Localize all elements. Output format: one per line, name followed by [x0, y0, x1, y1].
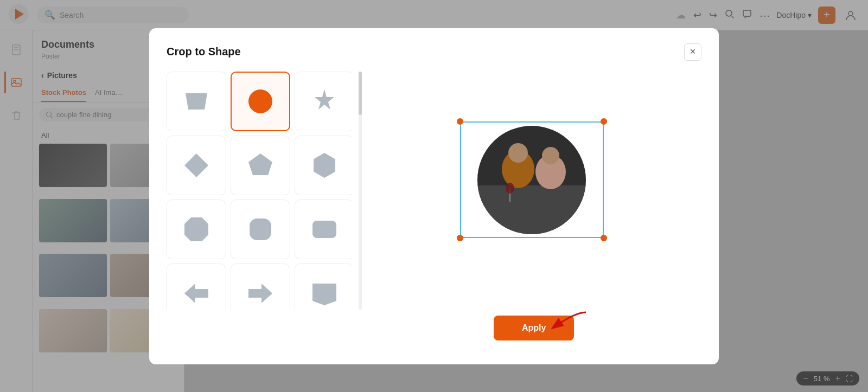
svg-marker-18 [184, 217, 208, 241]
shape-octagon1[interactable] [167, 200, 226, 259]
svg-marker-15 [184, 153, 208, 177]
shape-flat-pentagon[interactable] [295, 264, 352, 310]
svg-marker-21 [184, 284, 208, 303]
shape-grid [167, 72, 352, 310]
shape-hexagon[interactable] [295, 136, 352, 195]
handle-top-left[interactable] [457, 118, 463, 125]
svg-marker-12 [186, 93, 207, 110]
preview-canvas [439, 82, 624, 278]
circular-image [477, 126, 586, 234]
modal-overlay: Crop to Shape × [0, 0, 868, 392]
preview-panel: Apply [362, 72, 701, 351]
modal-header: Crop to Shape × [167, 43, 701, 61]
shape-parallelogram[interactable] [167, 72, 226, 131]
shape-rounded-rect[interactable] [295, 200, 352, 259]
shape-panel [167, 72, 362, 351]
svg-rect-20 [312, 221, 336, 238]
svg-marker-22 [248, 284, 272, 303]
svg-marker-16 [248, 153, 272, 175]
modal-body: Apply [167, 72, 701, 351]
svg-rect-32 [477, 126, 586, 234]
modal-close-button[interactable]: × [684, 43, 701, 61]
svg-marker-23 [312, 284, 336, 305]
svg-marker-14 [315, 89, 334, 110]
shape-pentagon[interactable] [231, 136, 290, 195]
arrow-annotation [542, 307, 591, 336]
shape-star[interactable] [295, 72, 352, 131]
crop-to-shape-modal: Crop to Shape × [149, 28, 719, 364]
shape-arrow-right[interactable] [231, 264, 290, 310]
handle-bottom-right[interactable] [601, 235, 607, 241]
preview-image-wrapper [460, 121, 604, 238]
handle-bottom-left[interactable] [457, 235, 463, 241]
svg-point-13 [248, 89, 272, 113]
modal-title: Crop to Shape [167, 46, 241, 58]
circular-image-container [460, 121, 604, 238]
svg-marker-17 [314, 153, 335, 178]
shape-octagon2[interactable] [231, 200, 290, 259]
handle-top-right[interactable] [601, 118, 607, 125]
shape-circle[interactable] [231, 72, 290, 131]
shape-arrow-left[interactable] [167, 264, 226, 310]
shape-diamond[interactable] [167, 136, 226, 195]
svg-rect-19 [250, 219, 271, 240]
